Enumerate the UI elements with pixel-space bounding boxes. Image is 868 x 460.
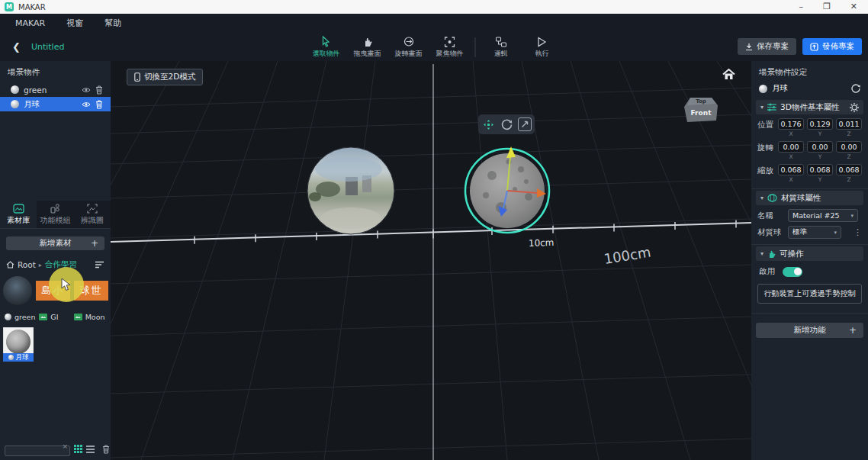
refresh-icon[interactable] (851, 84, 860, 93)
asset-library-icon (13, 204, 24, 214)
asset-label-moon[interactable]: Moon (74, 313, 106, 321)
list-view-icon[interactable] (86, 446, 95, 453)
tool-group: 選取物件 拖曳畫面 旋轉畫面 聚焦物件 (310, 34, 558, 59)
section-operable[interactable]: ▾ 可操作 (756, 246, 863, 261)
grid-view-icon[interactable] (74, 445, 82, 453)
scale-icon (521, 121, 529, 128)
chevron-down-icon: ▾ (834, 230, 837, 236)
scale-tool-button[interactable] (518, 117, 532, 131)
viewcube-front-label: Front (691, 109, 712, 117)
menu-window[interactable]: 視窗 (66, 18, 83, 29)
material-type-row: 材質球 標準 ▾ ⋮ (751, 222, 868, 239)
home-icon (722, 68, 736, 81)
sphere-icon (11, 100, 19, 108)
sphere-icon (759, 85, 767, 93)
sphere-moon-selected[interactable] (465, 146, 549, 233)
tool-drag-view[interactable]: 拖曳畫面 (352, 34, 384, 59)
tool-run[interactable]: 執行 (526, 34, 558, 59)
scene-panel-title: 場景物件 (0, 61, 111, 82)
section-material[interactable]: ▾ 材質球屬性 (756, 191, 863, 205)
ruler-label-10cm: 10cm (529, 237, 555, 249)
moon-texture (6, 330, 31, 354)
asset-label-green[interactable]: green (5, 313, 37, 321)
enable-toggle[interactable] (783, 267, 802, 277)
switch-2d-mode-button[interactable]: 切換至2D模式 (127, 69, 203, 85)
tool-rotate-view[interactable]: 旋轉畫面 (393, 34, 425, 59)
tool-logic[interactable]: 邏輯 (485, 34, 517, 59)
clear-search-icon[interactable]: × (62, 442, 68, 450)
rotate-tool-button[interactable] (500, 117, 513, 131)
focus-icon (445, 34, 455, 47)
sphere-icon (5, 314, 11, 320)
close-button[interactable]: ✕ (850, 0, 857, 14)
more-options-icon[interactable]: ⋮ (854, 229, 862, 236)
rotation-z-input[interactable] (836, 141, 862, 153)
trash-icon[interactable] (95, 100, 104, 109)
rotate-view-icon (403, 34, 414, 47)
asset-thumb-green[interactable] (3, 276, 32, 305)
eye-icon[interactable] (82, 100, 91, 109)
menu-makar[interactable]: MAKAR (15, 18, 45, 28)
maximize-button[interactable]: ❐ (823, 0, 831, 14)
position-z-input[interactable] (836, 118, 862, 130)
scale-z-input[interactable] (836, 164, 862, 175)
asset-label-gi[interactable]: GI (39, 313, 71, 321)
publish-project-button[interactable]: 發佈專案 (802, 38, 862, 55)
material-type-select[interactable]: 標準 ▾ (788, 226, 841, 239)
library-bottom-bar: × (0, 439, 111, 460)
rotation-y-input[interactable] (807, 141, 833, 153)
image-icon (74, 314, 82, 320)
breadcrumb-root[interactable]: Root (18, 260, 36, 269)
trash-icon[interactable] (95, 85, 104, 95)
sliders-icon (767, 103, 776, 111)
rotation-row: 旋轉 X Y Z (751, 137, 868, 160)
divider (751, 244, 868, 245)
section-basic-properties[interactable]: ▾ 3D物件基本屬性 (756, 100, 863, 114)
plus-icon: + (91, 238, 98, 249)
tool-focus-object[interactable]: 聚焦物件 (434, 34, 466, 59)
save-project-button[interactable]: 保存專案 (738, 38, 796, 55)
scene-item-green[interactable]: green (0, 82, 111, 97)
ruler-label-100cm: 100cm (603, 244, 651, 267)
home-view-button[interactable] (722, 68, 736, 81)
position-x-input[interactable] (778, 118, 804, 130)
cursor-highlight (49, 267, 84, 302)
tab-recognition-image[interactable]: 辨識圖 (74, 201, 111, 228)
back-button[interactable]: ❮ (12, 41, 21, 53)
scale-x-input[interactable] (778, 164, 804, 175)
view-cube[interactable]: Top Front (683, 88, 719, 125)
project-name[interactable]: Untitled (31, 42, 65, 52)
minimize-button[interactable]: – (799, 0, 803, 14)
tab-function-modules[interactable]: 功能模組 (37, 201, 73, 228)
rotate-icon (501, 119, 513, 130)
asset-thumb-selected-moon[interactable]: 月球 (3, 327, 34, 358)
viewport-3d[interactable]: 10cm 100cm (111, 61, 751, 460)
add-function-button[interactable]: 新增功能 + (756, 323, 863, 338)
move-tool-button[interactable] (481, 117, 495, 131)
rotation-x-input[interactable] (778, 141, 804, 153)
sphere-green[interactable] (307, 147, 394, 234)
inspector-title: 場景物件設定 (751, 61, 868, 81)
material-sphere-icon (767, 194, 777, 202)
gesture-control-button[interactable]: 行動裝置上可透過手勢控制 (757, 284, 862, 304)
selected-object-row: 月球 (751, 81, 868, 98)
scene-item-moon[interactable]: 月球 (0, 97, 111, 111)
makar-logo-icon: M (5, 2, 14, 11)
cursor-icon (321, 34, 332, 47)
material-name-select[interactable]: Material #25 ▾ (788, 209, 858, 222)
viewport-canvas: 10cm 100cm (111, 61, 751, 460)
asset-caption: 月球 (3, 353, 34, 362)
position-y-input[interactable] (807, 118, 833, 130)
left-sidebar: 場景物件 green 月球 (0, 61, 111, 460)
menu-help[interactable]: 幫助 (104, 18, 121, 29)
scale-y-input[interactable] (807, 164, 833, 175)
sort-icon[interactable] (95, 261, 104, 269)
add-asset-button[interactable]: 新增素材 + (6, 236, 104, 250)
scale-row: 縮放 X Y Z (751, 160, 868, 183)
tab-asset-library[interactable]: 素材庫 (0, 201, 37, 228)
play-icon (538, 34, 547, 47)
gear-icon[interactable] (850, 103, 859, 112)
tool-select-object[interactable]: 選取物件 (310, 34, 342, 59)
eye-icon[interactable] (82, 85, 91, 95)
asset-search-input[interactable] (5, 446, 70, 456)
